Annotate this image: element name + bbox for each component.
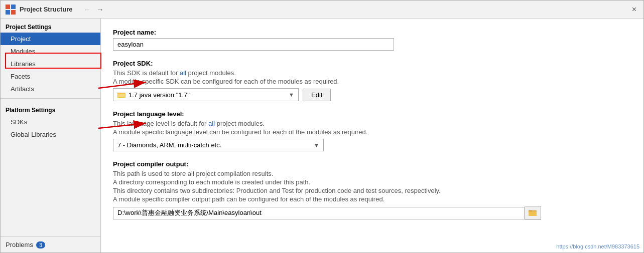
lang-desc2: A module specific language level can be … (113, 128, 631, 136)
sidebar-item-facets[interactable]: Facets (1, 70, 100, 83)
sdk-dropdown-arrow: ▼ (289, 92, 294, 98)
project-name-label: Project name: (113, 29, 631, 36)
sidebar-item-libraries[interactable]: Libraries (1, 58, 100, 70)
sdk-desc2: A module specific SDK can be configured … (113, 78, 631, 85)
sidebar-item-modules[interactable]: Modules (1, 45, 100, 58)
lang-dropdown-arrow: ▼ (314, 142, 319, 148)
compiler-output-group: Project compiler output: This path is us… (113, 160, 631, 220)
project-name-group: Project name: (113, 29, 631, 51)
sidebar-item-artifacts[interactable]: Artifacts (1, 83, 100, 95)
problems-label: Problems (6, 241, 33, 248)
sidebar-divider (1, 98, 100, 99)
svg-rect-1 (11, 5, 16, 9)
problems-badge: 3 (36, 241, 45, 248)
compiler-output-label: Project compiler output: (113, 160, 631, 168)
lang-all-link: all (208, 120, 215, 127)
sdk-dropdown[interactable]: 1.7 java version "1.7" ▼ (113, 88, 299, 101)
forward-button[interactable]: → (94, 6, 105, 14)
sidebar: Project Settings Project Modules Librari… (1, 19, 101, 252)
output-path-input[interactable] (113, 207, 525, 219)
titlebar: Project Structure ← → × (1, 1, 643, 19)
sdk-folder-icon (117, 91, 125, 99)
lang-level-label: Project language level: (113, 110, 631, 118)
svg-rect-7 (118, 94, 125, 97)
watermark: https://blog.csdn.net/M983373615 (556, 243, 639, 249)
app-icon (6, 5, 16, 15)
lang-dropdown[interactable]: 7 - Diamonds, ARM, multi-catch etc. ▼ (113, 139, 324, 151)
sidebar-item-global-libraries[interactable]: Global Libraries (1, 128, 100, 141)
back-button[interactable]: ← (81, 6, 92, 14)
project-name-input[interactable] (113, 38, 394, 51)
sidebar-item-sdks[interactable]: SDKs (1, 116, 100, 128)
sidebar-item-project[interactable]: Project (1, 33, 100, 45)
svg-rect-0 (6, 5, 10, 9)
output-desc1: This path is used to store all project c… (113, 170, 631, 177)
window-title: Project Structure (20, 6, 72, 13)
output-desc3: This directory contains two subdirectori… (113, 187, 631, 194)
lang-level-group: Project language level: This language le… (113, 110, 631, 151)
project-sdk-group: Project SDK: This SDK is default for all… (113, 60, 631, 101)
output-folder-button[interactable] (525, 206, 541, 220)
sdk-desc1: This SDK is default for all project modu… (113, 69, 631, 77)
lang-value: 7 - Diamonds, ARM, multi-catch etc. (117, 141, 221, 149)
output-folder-icon (529, 209, 537, 216)
project-sdk-label: Project SDK: (113, 60, 631, 67)
output-desc4: A module specific compiler output path c… (113, 195, 631, 203)
svg-rect-2 (6, 10, 10, 15)
project-settings-section: Project Settings (1, 19, 100, 33)
content-panel: Project name: Project SDK: This SDK is d… (101, 19, 643, 252)
close-button[interactable]: × (630, 5, 638, 14)
lang-desc1: This language level is default for all p… (113, 120, 631, 127)
sdk-value: 1.7 java version "1.7" (128, 91, 190, 99)
svg-rect-10 (529, 211, 537, 216)
svg-rect-3 (11, 10, 16, 15)
sdk-edit-button[interactable]: Edit (303, 89, 331, 101)
problems-button[interactable]: Problems 3 (1, 236, 100, 252)
platform-settings-section: Platform Settings (1, 102, 100, 116)
output-desc2: A directory corresponding to each module… (113, 178, 631, 186)
sdk-all-link: all (180, 69, 186, 77)
